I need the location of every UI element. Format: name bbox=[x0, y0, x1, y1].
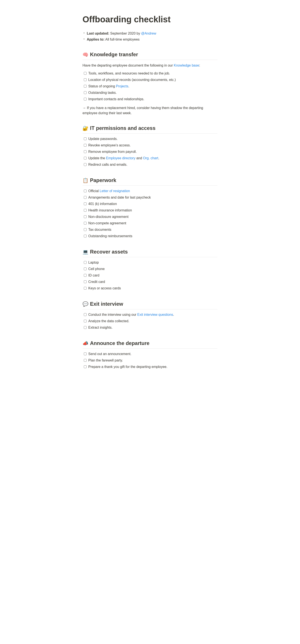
text: . bbox=[173, 313, 174, 316]
brain-icon: 🧠 bbox=[83, 51, 88, 58]
link-letter-resignation[interactable]: Letter of resignation bbox=[100, 189, 130, 193]
list-item: Laptop bbox=[83, 259, 217, 266]
checkbox[interactable] bbox=[84, 274, 87, 277]
section-title: Recover assets bbox=[90, 248, 128, 256]
checkbox[interactable] bbox=[84, 85, 87, 88]
checkbox[interactable] bbox=[84, 326, 87, 329]
check-text: Location of physical records (accounting… bbox=[88, 77, 217, 82]
checklist-assets: Laptop Cell phone ID card Credit card Ke… bbox=[83, 259, 217, 292]
meta-label: Last updated: bbox=[87, 32, 109, 35]
section-title: Knowledge transfer bbox=[90, 51, 138, 58]
checkbox[interactable] bbox=[84, 222, 87, 224]
checkbox[interactable] bbox=[84, 320, 87, 322]
checkbox[interactable] bbox=[84, 138, 87, 140]
checkbox[interactable] bbox=[84, 313, 87, 316]
list-item: Keys or access cards bbox=[83, 285, 217, 292]
checkbox[interactable] bbox=[84, 202, 87, 205]
section-heading-it: 🔐 IT permissions and access bbox=[83, 124, 217, 134]
checklist-exit: Conduct the interview using our Exit int… bbox=[83, 312, 217, 331]
list-item: Cell phone bbox=[83, 266, 217, 272]
list-item: Update the Employee directory and Org. c… bbox=[83, 155, 217, 162]
check-text: Credit card bbox=[88, 279, 217, 284]
section-title: IT permissions and access bbox=[90, 124, 155, 132]
checkbox[interactable] bbox=[84, 359, 87, 362]
list-item: Credit card bbox=[83, 279, 217, 285]
checkbox[interactable] bbox=[84, 352, 87, 355]
checkbox[interactable] bbox=[84, 163, 87, 166]
checkbox[interactable] bbox=[84, 228, 87, 231]
section-heading-assets: 💻 Recover assets bbox=[83, 248, 217, 257]
text: . bbox=[158, 156, 159, 160]
meta-list: Last updated: September 2020 by @Andrew … bbox=[83, 31, 217, 42]
checkbox[interactable] bbox=[84, 72, 87, 75]
checklist-it: Update passwords. Revoke employee's acce… bbox=[83, 136, 217, 168]
check-text: Keys or access cards bbox=[88, 286, 217, 291]
check-text: Health insurance information bbox=[88, 208, 217, 213]
link-employee-directory[interactable]: Employee directory bbox=[106, 156, 136, 160]
checkbox[interactable] bbox=[84, 98, 87, 100]
section-heading-knowledge: 🧠 Knowledge transfer bbox=[83, 51, 217, 60]
meta-value: September 2020 by bbox=[109, 32, 141, 35]
checkbox[interactable] bbox=[84, 280, 87, 283]
text: : bbox=[199, 64, 200, 67]
check-text: Important contacts and relationships. bbox=[88, 96, 217, 102]
check-text: Outstanding tasks. bbox=[88, 90, 217, 95]
text: and bbox=[136, 156, 143, 160]
list-item: Official Letter of resignation bbox=[83, 188, 217, 194]
list-item: ID card bbox=[83, 272, 217, 279]
checkbox[interactable] bbox=[84, 365, 87, 368]
checkbox[interactable] bbox=[84, 91, 87, 94]
check-text: 401 (k) information bbox=[88, 201, 217, 206]
section-heading-announce: 📣 Announce the departure bbox=[83, 340, 217, 348]
checkbox[interactable] bbox=[84, 196, 87, 199]
checkbox[interactable] bbox=[84, 150, 87, 153]
check-text: Conduct the interview using our Exit int… bbox=[88, 312, 217, 317]
checkbox[interactable] bbox=[84, 215, 87, 218]
checkbox[interactable] bbox=[84, 268, 87, 270]
knowledge-note: → If you have a replacement hired, consi… bbox=[83, 106, 217, 116]
text: Conduct the interview using our bbox=[88, 313, 137, 316]
section-title: Announce the departure bbox=[90, 340, 149, 347]
checkbox[interactable] bbox=[84, 78, 87, 81]
mention-andrew[interactable]: @Andrew bbox=[141, 32, 156, 35]
list-item: Important contacts and relationships. bbox=[83, 96, 217, 102]
list-item: Send out an announcement. bbox=[83, 351, 217, 357]
checkbox[interactable] bbox=[84, 261, 87, 264]
link-exit-interview-questions[interactable]: Exit interview questions bbox=[137, 313, 173, 316]
lock-icon: 🔐 bbox=[83, 125, 88, 132]
checkbox[interactable] bbox=[84, 209, 87, 212]
check-text: Extract insights. bbox=[88, 325, 217, 330]
laptop-icon: 💻 bbox=[83, 248, 88, 256]
list-item: 401 (k) information bbox=[83, 201, 217, 207]
check-text: Non-compete agreement bbox=[88, 221, 217, 226]
check-text: Update passwords. bbox=[88, 136, 217, 142]
list-item: Health insurance information bbox=[83, 207, 217, 214]
checkbox[interactable] bbox=[84, 287, 87, 290]
link-knowledge-base[interactable]: Knowledge base bbox=[174, 64, 199, 67]
meta-item-updated: Last updated: September 2020 by @Andrew bbox=[83, 31, 217, 36]
check-text: Analyze the data collected. bbox=[88, 318, 217, 324]
checkbox[interactable] bbox=[84, 157, 87, 160]
check-text: Prepare a thank you gift for the departi… bbox=[88, 364, 217, 370]
list-item: Status of ongoing Projects. bbox=[83, 83, 217, 90]
list-item: Revoke employee's access. bbox=[83, 142, 217, 148]
check-text: Tools, workflows, and resources needed t… bbox=[88, 71, 217, 76]
checkbox[interactable] bbox=[84, 190, 87, 192]
checkbox[interactable] bbox=[84, 144, 87, 146]
checklist-knowledge: Tools, workflows, and resources needed t… bbox=[83, 70, 217, 102]
link-projects[interactable]: Projects bbox=[116, 84, 128, 88]
check-text: Tax documents bbox=[88, 227, 217, 232]
clipboard-icon: 📋 bbox=[83, 177, 88, 184]
link-org-chart[interactable]: Org. chart bbox=[143, 156, 158, 160]
page-title: Offboarding checklist bbox=[83, 13, 217, 26]
check-text: Update the Employee directory and Org. c… bbox=[88, 156, 217, 161]
check-text: Revoke employee's access. bbox=[88, 143, 217, 148]
list-item: Outstanding tasks. bbox=[83, 90, 217, 96]
text: . bbox=[128, 84, 129, 88]
megaphone-icon: 📣 bbox=[83, 340, 88, 347]
list-item: Prepare a thank you gift for the departi… bbox=[83, 364, 217, 370]
section-heading-exit: 💬 Exit interview bbox=[83, 300, 217, 309]
check-text: Remove employee from payroll. bbox=[88, 149, 217, 154]
text: Have the departing employee document the… bbox=[83, 64, 174, 67]
checkbox[interactable] bbox=[84, 235, 87, 238]
